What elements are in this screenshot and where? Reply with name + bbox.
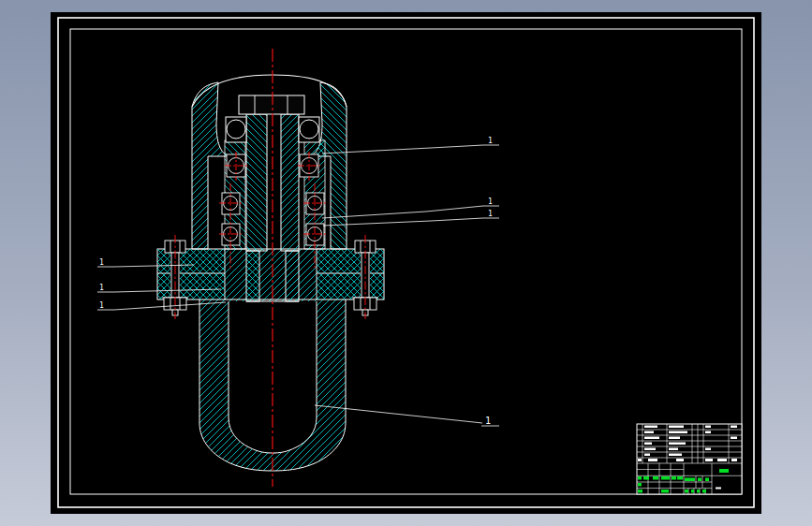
- bearing-ball: [227, 120, 245, 139]
- shaft-wall-right-upper: [281, 114, 299, 251]
- shaft-wall-right-lower: [286, 251, 299, 301]
- title-block: [637, 424, 742, 494]
- shaft-wall-left-lower: [246, 251, 259, 301]
- callout-label: 1: [99, 258, 104, 267]
- top-cap: [239, 95, 304, 114]
- shaft-wall-left-upper: [246, 114, 267, 251]
- flange-crosshatch-left: [157, 249, 225, 300]
- callout-label: 1: [488, 137, 493, 145]
- bearing-ball: [300, 120, 318, 139]
- desktop-background: 1 1 1 1 1 1 1: [0, 0, 812, 526]
- flange: [157, 249, 384, 300]
- drawing-canvas[interactable]: 1 1 1 1 1 1 1: [0, 0, 812, 526]
- callout-label: 1: [488, 210, 493, 218]
- callout-label: 1: [488, 197, 493, 206]
- flange-crosshatch-right: [317, 249, 384, 300]
- callout-label: 1: [99, 284, 104, 292]
- callout-label: 1: [99, 301, 104, 310]
- callout-label: 1: [485, 416, 491, 426]
